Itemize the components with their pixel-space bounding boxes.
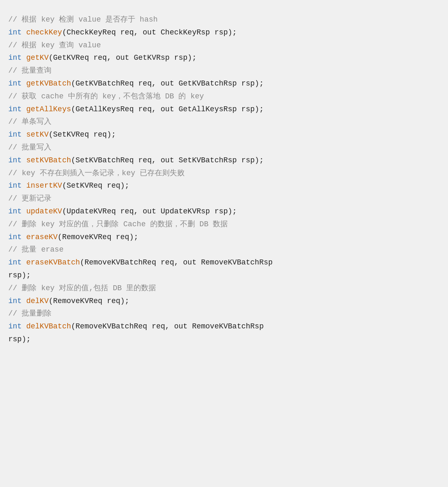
continuation-line: rsp); [8, 333, 440, 346]
comment-line: // key 不存在则插入一条记录，key 已存在则失败 [8, 167, 440, 180]
continuation-line: rsp); [8, 269, 440, 282]
keyword: int [8, 322, 22, 330]
plain-text [22, 297, 26, 305]
plain-text: (SetKVReq req); [62, 181, 129, 190]
function-name: insertKV [26, 181, 62, 190]
plain-text [22, 105, 26, 113]
keyword: int [8, 156, 22, 164]
comment-line: // 批量查询 [8, 64, 440, 77]
keyword: int [8, 105, 22, 113]
code-line: int getKV(GetKVReq req, out GetKVRsp rsp… [8, 51, 440, 64]
code-block: // 根据 key 检测 value 是否存于 hashint checkKey… [8, 10, 440, 349]
plain-text: (RemoveKVBatchReq req, out RemoveKVBatch… [71, 322, 263, 330]
plain-text: (RemoveKVBatchReq req, out RemoveKVBatch… [80, 258, 273, 267]
plain-text: (CheckKeyReq req, out CheckKeyRsp rsp); [62, 28, 237, 37]
comment-line: // 根据 key 检测 value 是否存于 hash [8, 13, 440, 26]
keyword: int [8, 181, 22, 190]
plain-text: (GetAllKeysReq req, out GetAllKeysRsp rs… [71, 105, 263, 113]
comment-line: // 根据 key 查询 value [8, 39, 440, 52]
plain-text: (UpdateKVReq req, out UpdateKVRsp rsp); [62, 207, 237, 215]
keyword: int [8, 130, 22, 139]
plain-text [22, 54, 26, 62]
comment-line: // 删除 key 对应的值,包括 DB 里的数据 [8, 282, 440, 295]
keyword: int [8, 28, 22, 37]
plain-text: (GetKVBatchReq req, out GetKVBatchRsp rs… [71, 79, 263, 88]
function-name: setKVBatch [26, 156, 71, 164]
code-line: int insertKV(SetKVReq req); [8, 179, 440, 192]
function-name: delKVBatch [26, 322, 71, 330]
code-line: int delKV(RemoveKVReq req); [8, 295, 440, 308]
code-line: int eraseKVBatch(RemoveKVBatchReq req, o… [8, 256, 440, 269]
plain-text [22, 233, 26, 241]
function-name: eraseKV [26, 233, 58, 241]
plain-text [22, 322, 26, 330]
function-name: delKV [26, 297, 49, 305]
code-line: int eraseKV(RemoveKVReq req); [8, 231, 440, 244]
code-line: int setKV(SetKVReq req); [8, 128, 440, 141]
keyword: int [8, 297, 22, 305]
keyword: int [8, 233, 22, 241]
comment-line: // 删除 key 对应的值，只删除 Cache 的数据，不删 DB 数据 [8, 218, 440, 231]
function-name: checkKey [26, 28, 62, 37]
plain-text: (SetKVBatchReq req, out SetKVBatchRsp rs… [71, 156, 263, 164]
comment-line: // 单条写入 [8, 115, 440, 128]
keyword: int [8, 207, 22, 215]
comment-line: // 更新记录 [8, 192, 440, 205]
code-line: int checkKey(CheckKeyReq req, out CheckK… [8, 26, 440, 39]
code-line: int getKVBatch(GetKVBatchReq req, out Ge… [8, 77, 440, 90]
function-name: getAllKeys [26, 105, 71, 113]
plain-text [22, 156, 26, 164]
plain-text: (SetKVReq req); [49, 130, 116, 139]
plain-text [22, 181, 26, 190]
comment-line: // 批量 erase [8, 243, 440, 256]
plain-text [22, 130, 26, 139]
function-name: getKV [26, 54, 49, 62]
code-line: int updateKV(UpdateKVReq req, out Update… [8, 205, 440, 218]
code-line: int getAllKeys(GetAllKeysReq req, out Ge… [8, 103, 440, 116]
plain-text [22, 79, 26, 88]
code-line: int delKVBatch(RemoveKVBatchReq req, out… [8, 320, 440, 333]
plain-text [22, 207, 26, 215]
keyword: int [8, 54, 22, 62]
comment-line: // 批量写入 [8, 141, 440, 154]
plain-text: (GetKVReq req, out GetKVRsp rsp); [49, 54, 196, 62]
code-line: int setKVBatch(SetKVBatchReq req, out Se… [8, 154, 440, 167]
function-name: getKVBatch [26, 79, 71, 88]
comment-line: // 获取 cache 中所有的 key，不包含落地 DB 的 key [8, 90, 440, 103]
plain-text [22, 258, 26, 267]
plain-text: (RemoveKVReq req); [49, 297, 129, 305]
function-name: updateKV [26, 207, 62, 215]
function-name: eraseKVBatch [26, 258, 80, 267]
comment-line: // 批量删除 [8, 307, 440, 320]
keyword: int [8, 258, 22, 267]
keyword: int [8, 79, 22, 88]
function-name: setKV [26, 130, 49, 139]
plain-text [22, 28, 26, 37]
plain-text: (RemoveKVReq req); [58, 233, 138, 241]
